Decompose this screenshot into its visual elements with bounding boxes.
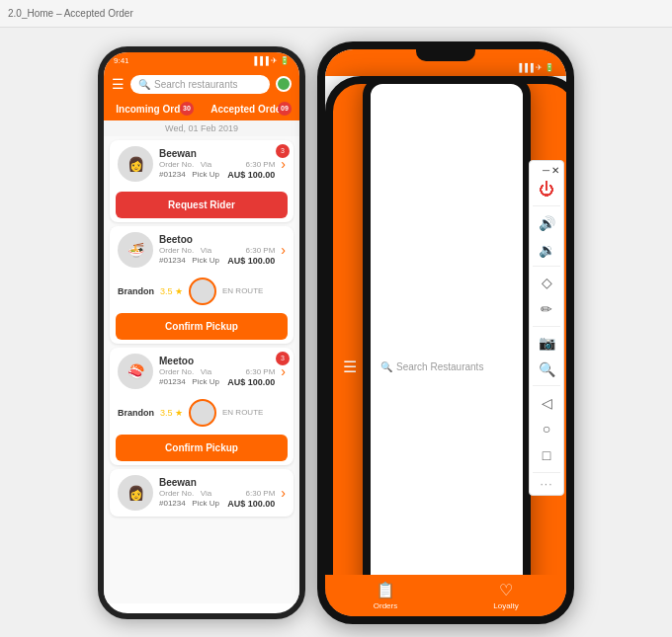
avatar-beewan2: 👩 <box>118 475 153 511</box>
meta-beewan: Order No. Via 6:30 PM <box>159 160 275 169</box>
meta2-beetoo: #01234 Pick Up AU$ 100.00 <box>159 256 275 266</box>
name-beewan2: Beewan <box>159 477 275 488</box>
loyalty-icon: ♡ <box>499 581 513 599</box>
signal-icons: ▐▐▐ ✈ 🔋 <box>252 56 290 65</box>
phone-small: 9:41 ▐▐▐ ✈ 🔋 ☰ 🔍 Search restaurants 30 I… <box>98 46 305 619</box>
window-bar: 2.0_Home – Accepted Order <box>0 0 672 28</box>
time-small: 9:41 <box>114 56 129 65</box>
signal-large: ▐▐▐ ✈ 🔋 <box>517 63 554 72</box>
back-btn[interactable]: ◁ <box>533 390 560 415</box>
order-row-beewan[interactable]: 👩 Beewan Order No. Via 6:30 PM #01234 Pi… <box>110 140 294 188</box>
status-bar-small: 9:41 ▐▐▐ ✈ 🔋 <box>104 52 299 69</box>
pencil-btn[interactable]: ✏ <box>533 297 560 322</box>
search-icon-small: 🔍 <box>138 79 150 90</box>
volume-up-btn[interactable]: 🔊 <box>533 210 560 235</box>
menu-icon-small[interactable]: ☰ <box>112 76 125 92</box>
info-beewan2: Beewan Order No. Via 6:30 PM #01234 Pick… <box>159 477 275 509</box>
order-card-meetoo: 3 🍣 Meetoo Order No. Via 6:30 PM #01234 … <box>110 348 294 465</box>
confirm-pickup-btn-meetoo[interactable]: Confirm Pickup <box>116 435 288 461</box>
more-options-btn[interactable]: ··· <box>540 477 552 491</box>
divider3 <box>533 326 559 327</box>
order-card-beetoo: 🍜 Beetoo Order No. Via 6:30 PM #01234 Pi… <box>110 226 294 344</box>
search-input-large[interactable]: 🔍 Search Restaurants <box>363 76 531 616</box>
divider5 <box>533 472 559 473</box>
eraser-btn[interactable]: ◇ <box>533 271 560 295</box>
name-beewan: Beewan <box>159 148 275 159</box>
driver-avatar-meetoo <box>189 399 216 427</box>
divider1 <box>533 205 559 206</box>
sidebar-panel: ─ ✕ ⏻ 🔊 🔉 ◇ ✏ 📷 🔍 ◁ ○ □ ··· <box>529 160 564 496</box>
driver-name-meetoo: Brandon <box>118 408 154 418</box>
bottom-nav-large: 📋 Orders ♡ Loyalty <box>325 575 566 616</box>
meta2-meetoo: #01234 Pick Up AU$ 100.00 <box>159 377 275 387</box>
info-beetoo: Beetoo Order No. Via 6:30 PM #01234 Pick… <box>159 234 275 266</box>
name-meetoo: Meetoo <box>159 356 275 366</box>
driver-row-meetoo: Brandon 3.5 ★ EN ROUTE <box>110 395 294 431</box>
window-controls: ─ ✕ <box>530 165 563 176</box>
meta-meetoo: Order No. Via 6:30 PM <box>159 367 275 376</box>
badge-incoming-small: 30 <box>180 102 194 116</box>
recents-btn[interactable]: □ <box>533 443 560 468</box>
arrow-beewan[interactable]: › <box>281 156 286 172</box>
meta-beetoo: Order No. Via 6:30 PM <box>159 246 275 255</box>
divider2 <box>533 266 559 267</box>
badge-beewan: 3 <box>276 144 290 158</box>
driver-row-beetoo: Brandon 3.5 ★ EN ROUTE <box>110 274 294 309</box>
date-bar-small: Wed, 01 Feb 2019 <box>104 120 299 136</box>
en-route-meetoo: EN ROUTE <box>222 408 263 417</box>
name-beetoo: Beetoo <box>159 234 275 245</box>
arrow-meetoo[interactable]: › <box>281 363 286 379</box>
arrow-beewan2[interactable]: › <box>281 485 286 501</box>
request-rider-btn[interactable]: Request Rider <box>116 192 288 218</box>
order-row-meetoo[interactable]: 🍣 Meetoo Order No. Via 6:30 PM #01234 Pi… <box>110 348 294 395</box>
order-row-beetoo[interactable]: 🍜 Beetoo Order No. Via 6:30 PM #01234 Pi… <box>110 226 294 274</box>
meta2-beewan2: #01234 Pick Up AU$ 100.00 <box>159 499 275 509</box>
meta-beewan2: Order No. Via 6:30 PM <box>159 489 275 498</box>
driver-name-beetoo: Brandon <box>118 286 154 296</box>
avatar-beewan: 👩 <box>118 146 153 182</box>
volume-down-btn[interactable]: 🔉 <box>533 237 560 262</box>
search-icon-large: 🔍 <box>380 361 392 372</box>
badge-accepted-small: 09 <box>278 102 292 116</box>
search-sidebar-btn[interactable]: 🔍 <box>533 357 560 381</box>
tab-incoming-small[interactable]: 30 Incoming Order <box>104 104 202 115</box>
menu-icon-large[interactable]: ☰ <box>343 358 357 376</box>
meta2-beewan: #01234 Pick Up AU$ 100.00 <box>159 170 275 180</box>
bottom-nav-loyalty[interactable]: ♡ Loyalty <box>446 581 566 610</box>
close-btn[interactable]: ✕ <box>551 165 559 176</box>
camera-btn[interactable]: 📷 <box>533 330 560 355</box>
search-placeholder-small: Search restaurants <box>154 79 238 90</box>
window-title: 2.0_Home – Accepted Order <box>8 8 133 19</box>
confirm-pickup-btn-beetoo[interactable]: Confirm Pickup <box>116 313 288 340</box>
info-meetoo: Meetoo Order No. Via 6:30 PM #01234 Pick… <box>159 356 275 387</box>
tabs-small: 30 Incoming Order 09 Accepted Orders <box>104 100 299 120</box>
bottom-nav-orders[interactable]: 📋 Orders <box>325 581 446 610</box>
home-circle-btn[interactable]: ○ <box>533 417 560 441</box>
info-beewan: Beewan Order No. Via 6:30 PM #01234 Pick… <box>159 148 275 180</box>
divider4 <box>533 385 559 386</box>
badge-meetoo: 3 <box>276 352 290 365</box>
order-row-beewan2[interactable]: 👩 Beewan Order No. Via 6:30 PM #01234 Pi… <box>110 469 294 517</box>
search-bar-small: ☰ 🔍 Search restaurants <box>104 69 299 100</box>
en-route-beetoo: EN ROUTE <box>222 286 263 295</box>
driver-avatar-beetoo <box>189 278 216 305</box>
status-toggle-small[interactable] <box>276 76 292 92</box>
notch <box>416 49 475 61</box>
avatar-beetoo: 🍜 <box>118 232 153 268</box>
power-btn[interactable]: ⏻ <box>533 178 560 202</box>
order-card-beewan: 3 👩 Beewan Order No. Via 6:30 PM #01234 … <box>110 140 294 222</box>
search-input-small[interactable]: 🔍 Search restaurants <box>130 75 270 94</box>
content-small: 3 👩 Beewan Order No. Via 6:30 PM #01234 … <box>104 136 299 603</box>
order-card-beewan2: 👩 Beewan Order No. Via 6:30 PM #01234 Pi… <box>110 469 294 517</box>
arrow-beetoo[interactable]: › <box>281 242 286 258</box>
avatar-meetoo: 🍣 <box>118 354 153 389</box>
orders-icon: 📋 <box>376 581 395 599</box>
tab-accepted-small[interactable]: 09 Accepted Orders <box>202 104 299 115</box>
minimize-btn[interactable]: ─ <box>543 165 549 176</box>
